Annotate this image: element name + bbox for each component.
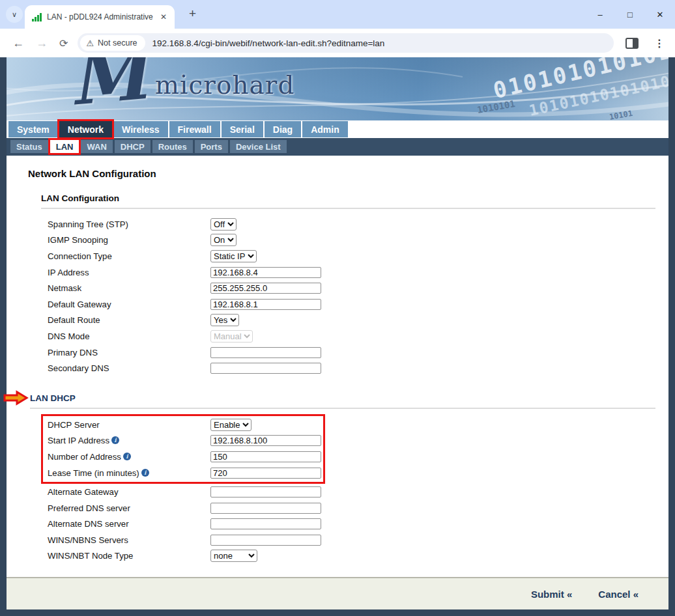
microhard-logo-mark: M xyxy=(66,57,151,115)
window-controls: – □ ✕ xyxy=(585,0,675,29)
form-row-number-of-address: Number of Addressi xyxy=(43,449,323,465)
forward-icon: → xyxy=(36,36,48,50)
connection-type-select[interactable]: Static IP xyxy=(210,250,257,262)
side-panel-icon[interactable] xyxy=(625,38,639,49)
sub-nav: Status LAN WAN DHCP Routes Ports Device … xyxy=(7,138,668,156)
field-label: Alternate Gateway xyxy=(48,487,210,497)
wins-nbns-servers-input[interactable] xyxy=(210,535,321,546)
subtab-wan[interactable]: WAN xyxy=(81,140,112,153)
tab-search-button[interactable]: ∨ xyxy=(6,6,23,23)
info-icon[interactable]: i xyxy=(141,469,149,477)
default-route-select[interactable]: Yes xyxy=(210,314,239,326)
form-row-wins-servers: WINS/NBNS Servers xyxy=(7,532,668,548)
field-label: Secondary DNS xyxy=(48,363,210,373)
stp-select[interactable]: Off xyxy=(210,218,237,231)
subtab-ports[interactable]: Ports xyxy=(195,140,228,153)
browser-menu-icon[interactable]: ⋮ xyxy=(654,37,665,49)
subtab-lan[interactable]: LAN xyxy=(50,140,79,153)
browser-toolbar: ← → ⟳ ⚠ Not secure 192.168.8.4/cgi-bin/w… xyxy=(0,29,675,57)
site-frame: M microhard 010101010101 10101010101010 … xyxy=(0,57,675,616)
url-text: 192.168.8.4/cgi-bin/webif/network-lan-ed… xyxy=(152,38,385,48)
default-gateway-input[interactable] xyxy=(210,299,321,310)
reload-icon[interactable]: ⟳ xyxy=(59,37,68,49)
field-label: WINS/NBNS Servers xyxy=(48,535,210,545)
lease-time-input[interactable] xyxy=(210,468,321,479)
microhard-banner: M microhard 010101010101 10101010101010 … xyxy=(7,57,668,120)
address-bar[interactable]: ⚠ Not secure 192.168.8.4/cgi-bin/webif/n… xyxy=(78,33,614,53)
field-label: IP Address xyxy=(48,268,210,277)
form-row-stp: Spanning Tree (STP) Off xyxy=(7,216,668,232)
info-icon[interactable]: i xyxy=(123,453,131,460)
section-divider xyxy=(30,408,655,409)
wins-nbt-node-type-select[interactable]: none xyxy=(210,550,257,562)
page-title: Network LAN Configuration xyxy=(7,156,668,179)
number-of-address-input[interactable] xyxy=(210,451,321,462)
tab-system[interactable]: System xyxy=(8,121,58,137)
browser-tab-strip: ∨ LAN - pDDL924 Administrative ✕ + – □ ✕ xyxy=(0,0,675,29)
form-row-secondary-dns: Secondary DNS xyxy=(7,360,668,376)
back-icon[interactable]: ← xyxy=(12,36,24,50)
cancel-button[interactable]: Cancel « xyxy=(598,589,639,600)
security-label: Not secure xyxy=(98,38,137,48)
lan-dhcp-heading: LAN DHCP xyxy=(30,393,160,403)
tab-firewall[interactable]: Firewall xyxy=(169,121,220,137)
field-label: Preferred DNS server xyxy=(48,503,210,513)
subtab-dhcp[interactable]: DHCP xyxy=(115,140,151,153)
lan-configuration-heading: LAN Configuration xyxy=(41,193,668,203)
form-row-alternate-gateway: Alternate Gateway xyxy=(7,484,668,500)
new-tab-button[interactable]: + xyxy=(185,7,200,21)
tab-admin[interactable]: Admin xyxy=(302,121,348,137)
form-row-igmp: IGMP Snooping On xyxy=(7,232,668,249)
form-row-wins-node-type: WINS/NBT Node Type none xyxy=(7,548,668,565)
form-row-lease-time: Lease Time (in minutes)i xyxy=(43,465,323,481)
field-label: Netmask xyxy=(48,283,210,293)
footer-bar: Submit « Cancel « xyxy=(7,578,668,609)
tab-network[interactable]: Network xyxy=(59,121,112,137)
field-label: Number of Addressi xyxy=(48,452,210,462)
warning-triangle-icon: ⚠ xyxy=(86,38,94,48)
tab-wireless[interactable]: Wireless xyxy=(113,121,167,137)
tab-diag[interactable]: Diag xyxy=(265,121,301,137)
alternate-gateway-input[interactable] xyxy=(210,486,321,497)
dhcp-server-select[interactable]: Enable xyxy=(210,419,251,431)
field-label: Start IP Addressi xyxy=(48,436,210,445)
form-row-connection-type: Connection Type Static IP xyxy=(7,248,668,264)
subtab-device-list[interactable]: Device List xyxy=(230,140,287,153)
field-label: Connection Type xyxy=(48,251,210,261)
microhard-logo-text: microhard xyxy=(155,70,294,100)
field-label: Default Route xyxy=(48,315,210,325)
tab-close-icon[interactable]: ✕ xyxy=(158,11,169,23)
main-nav: System Network Wireless Firewall Serial … xyxy=(7,120,668,138)
chevron-down-icon: ∨ xyxy=(12,10,17,19)
info-icon[interactable]: i xyxy=(111,436,119,444)
annotation-arrow-icon xyxy=(3,390,29,408)
minimize-button[interactable]: – xyxy=(585,0,615,29)
preferred-dns-input[interactable] xyxy=(210,503,321,514)
field-label: Lease Time (in minutes)i xyxy=(48,468,210,478)
form-row-dns-mode: DNS Mode Manual xyxy=(7,328,668,344)
submit-button[interactable]: Submit « xyxy=(531,589,572,600)
netmask-input[interactable] xyxy=(210,283,321,294)
close-button[interactable]: ✕ xyxy=(645,0,675,29)
field-label: Spanning Tree (STP) xyxy=(48,219,210,229)
dns-mode-select: Manual xyxy=(210,330,253,343)
ip-address-input[interactable] xyxy=(210,267,321,278)
field-label: DHCP Server xyxy=(48,420,210,430)
field-label: IGMP Snooping xyxy=(48,235,210,245)
form-row-dhcp-server: DHCP Server Enable xyxy=(43,417,323,433)
secondary-dns-input[interactable] xyxy=(210,363,321,374)
form-row-primary-dns: Primary DNS xyxy=(7,344,668,361)
security-chip[interactable]: ⚠ Not secure xyxy=(80,35,145,51)
field-label: DNS Mode xyxy=(48,331,210,341)
subtab-status[interactable]: Status xyxy=(10,140,48,153)
subtab-routes[interactable]: Routes xyxy=(152,140,193,153)
igmp-select[interactable]: On xyxy=(210,234,237,246)
tab-serial[interactable]: Serial xyxy=(222,121,263,137)
maximize-button[interactable]: □ xyxy=(615,0,645,29)
form-row-alternate-dns: Alternate DNS server xyxy=(7,516,668,533)
primary-dns-input[interactable] xyxy=(210,347,321,358)
alternate-dns-input[interactable] xyxy=(210,518,321,529)
field-label: WINS/NBT Node Type xyxy=(48,551,210,561)
start-ip-input[interactable] xyxy=(210,435,321,446)
browser-tab[interactable]: LAN - pDDL924 Administrative ✕ xyxy=(25,5,175,29)
